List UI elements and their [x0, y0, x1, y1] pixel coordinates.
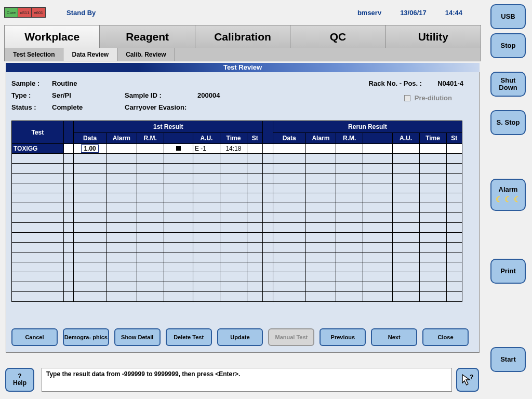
pre-dilution-checkbox: Pre-dilution [404, 94, 452, 102]
th-time-1: Time [220, 133, 247, 144]
sub-tabs: Test Selection Data Review Calib. Review [4, 48, 481, 61]
table-row[interactable] [12, 223, 462, 233]
usb-button[interactable]: USB [490, 4, 526, 29]
th-data-2: Data [273, 133, 305, 144]
update-button[interactable]: Update [217, 328, 263, 346]
tab-workplace[interactable]: Workplace [5, 25, 100, 48]
side-column: USB Stop Shut Down S. Stop Alarm ☾ ☾ ☾ P… [490, 2, 529, 397]
table-row[interactable] [12, 154, 462, 164]
alarm-label: Alarm [499, 186, 518, 193]
sample-id-value: 200004 [197, 91, 275, 99]
th-rerun-result: Rerun Result [273, 121, 462, 133]
table-row[interactable] [12, 292, 462, 302]
cancel-button[interactable]: Cancel [11, 328, 58, 346]
rack-label: Rack No. - Pos. : [369, 79, 422, 87]
th-st-2: St [446, 133, 462, 144]
show-detail-button[interactable]: Show Detail [114, 328, 161, 346]
next-button[interactable]: Next [371, 328, 417, 346]
status-value: Complete [52, 103, 125, 111]
start-button[interactable]: Start [490, 347, 526, 372]
cell-rm-1 [137, 144, 164, 154]
delete-test-button[interactable]: Delete Test [166, 328, 212, 346]
previous-button[interactable]: Previous [320, 328, 366, 346]
print-button[interactable]: Print [490, 259, 526, 284]
cell-st-2 [446, 144, 462, 154]
help-label: Help [13, 380, 26, 387]
subtab-data-review[interactable]: Data Review [63, 48, 117, 61]
th-test: Test [12, 121, 64, 144]
user-name: bmserv [357, 9, 381, 17]
system-date: 13/06/17 [400, 9, 427, 17]
lower-buttons: Cancel Demogra- phics Show Detail Delete… [11, 328, 469, 346]
cell-data-1[interactable]: 1.00 [74, 144, 107, 154]
type-label: Type : [11, 91, 52, 99]
cell-marker-1 [164, 144, 193, 154]
table-row[interactable] [12, 252, 462, 262]
table-row[interactable]: TOXIGG 1.00 E -1 14:18 [12, 144, 462, 154]
th-au-2: A.U. [392, 133, 419, 144]
tab-reagent[interactable]: Reagent [100, 25, 195, 48]
tab-calibration[interactable]: Calibration [195, 25, 290, 48]
s-stop-button[interactable]: S. Stop [490, 110, 526, 135]
cursor-question-icon: ? [460, 373, 475, 387]
table-row[interactable] [12, 272, 462, 282]
main-tabs: Workplace Reagent Calibration QC Utility [4, 25, 481, 48]
cell-au-2 [392, 144, 419, 154]
sample-id-label: Sample ID : [125, 91, 197, 99]
manual-test-button: Manual Test [268, 328, 314, 346]
cell-alarm-2 [305, 144, 336, 154]
th-blank-1 [164, 133, 193, 144]
table-row[interactable] [12, 262, 462, 272]
table-row[interactable] [12, 213, 462, 223]
sample-label: Sample : [11, 79, 52, 87]
table-row[interactable] [12, 183, 462, 193]
header-bar: Core cS11 e601 Stand By bmserv 13/06/17 … [0, 0, 483, 25]
th-alarm-2: Alarm [305, 133, 336, 144]
shut-down-button[interactable]: Shut Down [490, 72, 526, 97]
type-value: Ser/Pl [52, 91, 125, 99]
cell-test: TOXIGG [12, 144, 64, 154]
status-label: Status : [11, 103, 52, 111]
subtab-test-selection[interactable]: Test Selection [5, 48, 63, 61]
module-cs11: cS11 [18, 8, 32, 17]
th-rm-1: R.M. [137, 133, 164, 144]
table-row[interactable] [12, 193, 462, 203]
table-row[interactable] [12, 203, 462, 213]
sample-value: Routine [52, 79, 125, 87]
cell-time-1: 14:18 [220, 144, 247, 154]
marker-icon [176, 146, 181, 151]
cell-rm-2 [336, 144, 363, 154]
hint-bar: Type the result data from -999999 to 999… [42, 368, 452, 392]
close-button[interactable]: Close [422, 328, 469, 346]
result-table: Test 1st Result Rerun Result Data Alarm … [11, 121, 462, 302]
checkbox-icon [404, 95, 410, 101]
th-blank-2 [363, 133, 392, 144]
cell-time-2 [419, 144, 446, 154]
th-alarm-1: Alarm [107, 133, 137, 144]
module-indicator: Core cS11 e601 [4, 7, 46, 18]
th-st-1: St [247, 133, 262, 144]
cell-marker-2 [363, 144, 392, 154]
rack-value: N0401-4 [437, 79, 463, 87]
alarm-moon-icon: ☾ ☾ ☾ [496, 195, 520, 204]
table-row[interactable] [12, 282, 462, 292]
system-status: Stand By [66, 9, 96, 17]
subtab-calib-review[interactable]: Calib. Review [117, 48, 175, 61]
demographics-button[interactable]: Demogra- phics [63, 328, 109, 346]
tab-qc[interactable]: QC [290, 25, 385, 48]
table-row[interactable] [12, 164, 462, 174]
module-core: Core [5, 8, 18, 17]
table-row[interactable] [12, 174, 462, 183]
th-first-result: 1st Result [74, 121, 263, 133]
stop-button[interactable]: Stop [490, 33, 526, 58]
table-row[interactable] [12, 243, 462, 252]
cursor-help-button[interactable]: ? [456, 368, 479, 392]
module-e601: e601 [32, 8, 45, 17]
th-time-2: Time [419, 133, 446, 144]
table-row[interactable] [12, 233, 462, 243]
help-button[interactable]: ? Help [5, 368, 34, 392]
panel-title: Test Review [6, 63, 480, 72]
cell-au-1: E -1 [193, 144, 220, 154]
alarm-button[interactable]: Alarm ☾ ☾ ☾ [490, 179, 526, 211]
tab-utility[interactable]: Utility [386, 25, 481, 48]
